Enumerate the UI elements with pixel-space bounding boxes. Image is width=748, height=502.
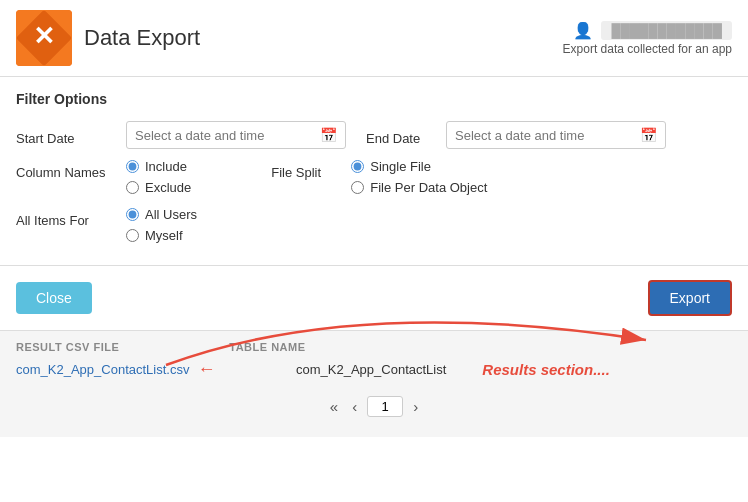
next-page-button[interactable]: › xyxy=(409,396,422,417)
left-arrow-icon: ← xyxy=(197,359,215,380)
header-left: ✕ Data Export xyxy=(16,10,200,66)
results-body: com_K2_App_ContactList.csv ← com_K2_App_… xyxy=(16,359,732,380)
single-file-radio[interactable] xyxy=(351,160,364,173)
csv-file-col-label: RESULT CSV FILE xyxy=(16,341,119,353)
close-button[interactable]: Close xyxy=(16,282,92,314)
table-name-col-label: TABLE NAME xyxy=(229,341,305,353)
include-label: Include xyxy=(145,159,187,174)
single-file-label: Single File xyxy=(370,159,431,174)
table-name-value: com_K2_App_ContactList xyxy=(296,362,446,377)
file-split-options: Single File File Per Data Object xyxy=(351,159,487,197)
file-per-object-label: File Per Data Object xyxy=(370,180,487,195)
file-per-object-radio[interactable] xyxy=(351,181,364,194)
svg-text:✕: ✕ xyxy=(33,21,55,51)
end-date-field[interactable]: 📅 xyxy=(446,121,666,149)
all-items-options: All Users Myself xyxy=(126,207,197,245)
date-row: Start Date 📅 End Date 📅 xyxy=(16,121,732,149)
start-date-calendar-icon[interactable]: 📅 xyxy=(320,127,337,143)
exclude-option[interactable]: Exclude xyxy=(126,180,191,195)
table-name-cell: com_K2_App_ContactList Results section..… xyxy=(296,361,610,378)
app-title: Data Export xyxy=(84,25,200,51)
single-file-option[interactable]: Single File xyxy=(351,159,487,174)
app-header: ✕ Data Export 👤 ████████████ Export data… xyxy=(0,0,748,77)
file-per-object-option[interactable]: File Per Data Object xyxy=(351,180,487,195)
filter-title: Filter Options xyxy=(16,91,732,107)
all-users-option[interactable]: All Users xyxy=(126,207,197,222)
myself-radio[interactable] xyxy=(126,229,139,242)
myself-option[interactable]: Myself xyxy=(126,228,197,243)
all-items-label: All Items For xyxy=(16,207,126,228)
user-icon: 👤 xyxy=(573,21,593,40)
exclude-radio[interactable] xyxy=(126,181,139,194)
results-note: Results section.... xyxy=(482,361,610,378)
first-page-button[interactable]: « xyxy=(326,396,342,417)
myself-label: Myself xyxy=(145,228,183,243)
end-date-label: End Date xyxy=(366,125,446,146)
include-radio[interactable] xyxy=(126,160,139,173)
page-number-input[interactable] xyxy=(367,396,403,417)
start-date-input[interactable] xyxy=(135,128,312,143)
file-split-label: File Split xyxy=(271,159,351,180)
column-names-label: Column Names xyxy=(16,159,126,180)
exclude-label: Exclude xyxy=(145,180,191,195)
all-items-row: All Items For All Users Myself xyxy=(16,207,732,245)
include-option[interactable]: Include xyxy=(126,159,191,174)
results-header: RESULT CSV FILE TABLE NAME xyxy=(16,341,732,353)
all-users-radio[interactable] xyxy=(126,208,139,221)
prev-page-button[interactable]: ‹ xyxy=(348,396,361,417)
all-users-label: All Users xyxy=(145,207,197,222)
results-section: RESULT CSV FILE TABLE NAME com_K2_App_Co… xyxy=(0,331,748,437)
start-date-field[interactable]: 📅 xyxy=(126,121,346,149)
start-date-label: Start Date xyxy=(16,125,126,146)
export-button[interactable]: Export xyxy=(648,280,732,316)
column-names-row: Column Names Include Exclude File Split … xyxy=(16,159,732,197)
filter-options-section: Filter Options Start Date 📅 End Date 📅 C… xyxy=(0,77,748,266)
column-names-options: Include Exclude xyxy=(126,159,191,197)
end-date-calendar-icon[interactable]: 📅 xyxy=(640,127,657,143)
pagination: « ‹ › xyxy=(16,390,732,427)
button-row: Close Export xyxy=(0,266,748,331)
user-info: 👤 ████████████ xyxy=(563,21,732,40)
csv-file-cell: com_K2_App_ContactList.csv ← xyxy=(16,359,216,380)
header-right: 👤 ████████████ Export data collected for… xyxy=(563,21,732,56)
csv-file-link[interactable]: com_K2_App_ContactList.csv xyxy=(16,362,189,377)
user-name: ████████████ xyxy=(601,21,732,40)
app-logo: ✕ xyxy=(16,10,72,66)
logo-svg: ✕ xyxy=(16,10,72,66)
end-date-input[interactable] xyxy=(455,128,632,143)
export-description: Export data collected for an app xyxy=(563,42,732,56)
